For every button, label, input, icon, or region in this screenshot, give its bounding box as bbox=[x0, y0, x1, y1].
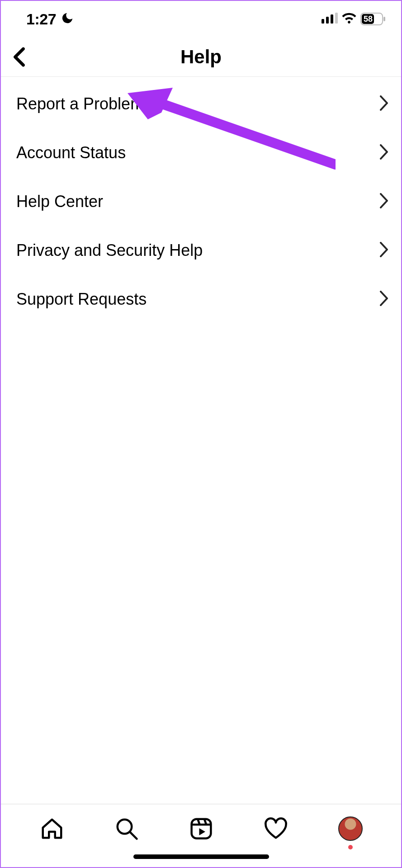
battery-percent: 58 bbox=[364, 14, 373, 24]
svg-line-9 bbox=[130, 832, 137, 839]
home-icon bbox=[40, 816, 64, 841]
nav-header: Help bbox=[1, 37, 401, 77]
menu-item-label: Support Requests bbox=[16, 290, 147, 309]
svg-rect-3 bbox=[335, 13, 338, 24]
menu-item-help-center[interactable]: Help Center bbox=[1, 177, 401, 226]
profile-avatar-icon bbox=[338, 816, 363, 841]
svg-rect-5 bbox=[383, 17, 385, 21]
chevron-right-icon bbox=[379, 95, 388, 113]
menu-item-privacy-security[interactable]: Privacy and Security Help bbox=[1, 226, 401, 275]
back-button[interactable] bbox=[6, 43, 33, 71]
reels-icon bbox=[189, 816, 213, 841]
menu-list: Report a Problem Account Status Help Cen… bbox=[1, 77, 401, 804]
status-right: 58 bbox=[322, 12, 386, 26]
chevron-right-icon bbox=[379, 291, 388, 308]
menu-item-report-problem[interactable]: Report a Problem bbox=[1, 80, 401, 128]
status-time: 1:27 bbox=[26, 10, 56, 28]
menu-item-label: Account Status bbox=[16, 143, 126, 162]
chevron-right-icon bbox=[379, 144, 388, 161]
moon-icon bbox=[61, 11, 74, 27]
menu-item-support-requests[interactable]: Support Requests bbox=[1, 275, 401, 324]
svg-rect-0 bbox=[322, 19, 324, 24]
menu-item-label: Help Center bbox=[16, 192, 103, 211]
svg-rect-2 bbox=[331, 14, 333, 24]
menu-item-account-status[interactable]: Account Status bbox=[1, 128, 401, 177]
tab-home[interactable] bbox=[38, 814, 66, 843]
chevron-right-icon bbox=[379, 242, 388, 259]
menu-item-label: Report a Problem bbox=[16, 94, 144, 113]
tab-reels[interactable] bbox=[187, 814, 216, 843]
tab-profile[interactable] bbox=[336, 814, 365, 843]
home-indicator bbox=[133, 854, 269, 859]
heart-icon bbox=[264, 816, 288, 841]
notification-dot-icon bbox=[348, 845, 353, 849]
chevron-right-icon bbox=[379, 193, 388, 210]
status-bar: 1:27 58 bbox=[1, 1, 401, 37]
svg-rect-10 bbox=[191, 819, 211, 839]
page-title: Help bbox=[1, 46, 401, 68]
search-icon bbox=[114, 816, 139, 841]
cellular-signal-icon bbox=[322, 13, 338, 25]
menu-item-label: Privacy and Security Help bbox=[16, 241, 203, 260]
tab-search[interactable] bbox=[112, 814, 141, 843]
chevron-left-icon bbox=[12, 47, 28, 67]
status-left: 1:27 bbox=[26, 10, 74, 28]
svg-rect-1 bbox=[326, 17, 329, 24]
tab-activity[interactable] bbox=[261, 814, 290, 843]
wifi-icon bbox=[341, 12, 357, 26]
battery-icon: 58 bbox=[360, 13, 386, 25]
